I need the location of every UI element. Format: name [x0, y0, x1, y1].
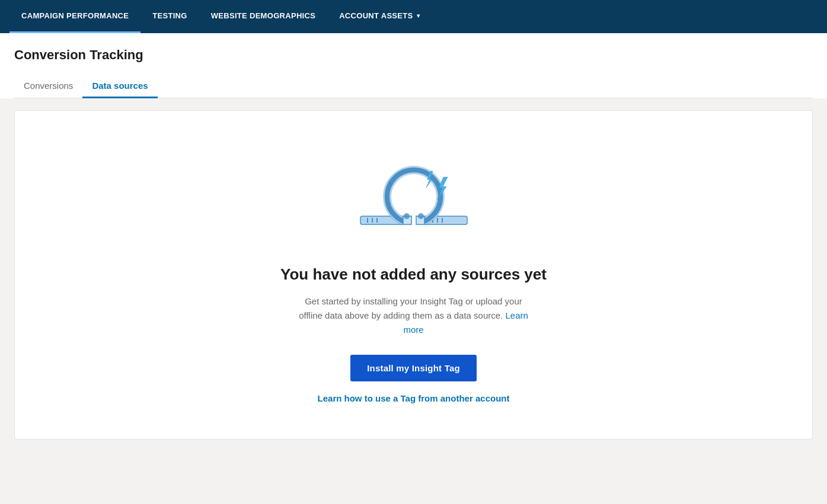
empty-state-title: You have not added any sources yet: [280, 265, 547, 285]
nav-item-campaign-performance[interactable]: CAMPAIGN PERFORMANCE: [9, 0, 141, 33]
tab-conversions[interactable]: Conversions: [14, 75, 82, 98]
svg-point-11: [387, 170, 440, 223]
tab-data-sources[interactable]: Data sources: [82, 75, 157, 98]
nav-label-account-assets: ACCOUNT ASSETS: [339, 11, 413, 20]
nav-item-testing[interactable]: TESTING: [141, 0, 199, 33]
empty-state-description-text: Get started by installing your Insight T…: [299, 296, 522, 320]
empty-state-illustration: [355, 146, 473, 241]
main-area: You have not added any sources yet Get s…: [0, 98, 827, 504]
nav-item-website-demographics[interactable]: WEBSITE DEMOGRAPHICS: [199, 0, 327, 33]
empty-state-description: Get started by installing your Insight T…: [295, 294, 532, 337]
svg-point-17: [404, 213, 410, 219]
nav-item-account-assets[interactable]: ACCOUNT ASSETS ▾: [327, 0, 432, 33]
page-header: Conversion Tracking Conversions Data sou…: [0, 33, 827, 98]
page-content: Conversion Tracking Conversions Data sou…: [0, 33, 827, 504]
chevron-down-icon: ▾: [417, 12, 420, 19]
install-insight-tag-button[interactable]: Install my Insight Tag: [350, 355, 477, 381]
tag-from-another-account-link[interactable]: Learn how to use a Tag from another acco…: [318, 393, 510, 403]
top-navigation: CAMPAIGN PERFORMANCE TESTING WEBSITE DEM…: [0, 0, 827, 33]
tabs-container: Conversions Data sources: [14, 75, 813, 98]
svg-point-18: [418, 213, 424, 219]
empty-state-card: You have not added any sources yet Get s…: [14, 110, 813, 439]
nav-label-website-demographics: WEBSITE DEMOGRAPHICS: [211, 11, 315, 20]
page-title: Conversion Tracking: [14, 47, 813, 63]
nav-label-campaign-performance: CAMPAIGN PERFORMANCE: [21, 11, 129, 20]
nav-label-testing: TESTING: [152, 11, 187, 20]
